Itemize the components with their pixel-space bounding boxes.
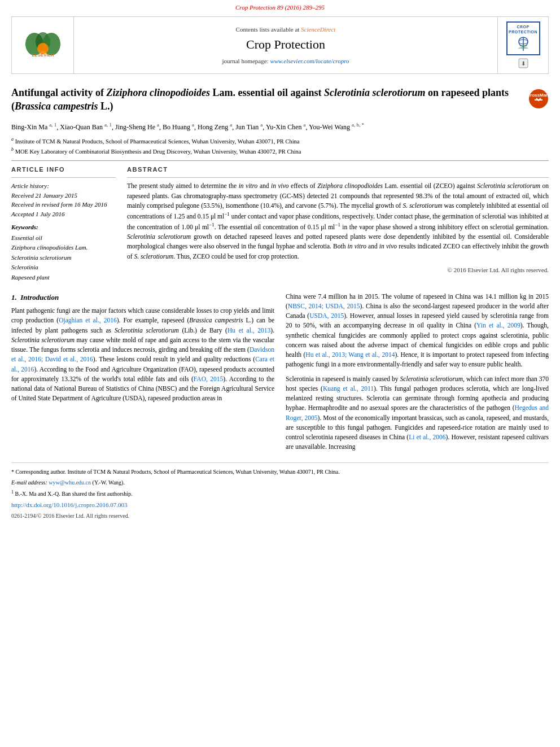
accepted-date: Accepted 1 July 2016 <box>11 211 64 217</box>
homepage-link[interactable]: www.elsevier.com/locate/cropro <box>270 58 349 64</box>
body-right-para2: Sclerotinia in rapeseed is mainly caused… <box>286 374 549 452</box>
ref-hegedus[interactable]: Hegedus and Roger, 2005 <box>286 404 549 421</box>
article-history: Article history: Received 21 January 201… <box>11 181 116 219</box>
crossmark-badge[interactable]: CrossMark <box>528 89 549 109</box>
keywords-list: Essential oil Ziziphora clinopodioides L… <box>11 233 116 283</box>
body-right-para1: China were 7.4 million ha in 2015. The v… <box>286 292 549 370</box>
intro-heading: 1. Introduction <box>11 292 274 303</box>
journal-citation-bar: Crop Protection 89 (2016) 289–295 <box>0 0 560 13</box>
keywords-label: Keywords: <box>11 223 116 231</box>
sciencedirect-line: Contents lists available at ScienceDirec… <box>236 25 336 34</box>
divider-top <box>11 160 549 161</box>
crop-protection-logo-area: CROPPROTECTION ⬇ <box>497 17 548 73</box>
ref-hu2013[interactable]: Hu et al., 2013 <box>228 327 270 334</box>
sciencedirect-link[interactable]: ScienceDirect <box>301 26 335 33</box>
section-title: Introduction <box>20 293 59 302</box>
email-link[interactable]: wyw@whu.edu.cn <box>49 479 91 486</box>
download-icon[interactable]: ⬇ <box>518 58 529 69</box>
journal-center-info: Contents lists available at ScienceDirec… <box>74 17 497 73</box>
body-col-left: 1. Introduction Plant pathogenic fungi a… <box>11 292 274 457</box>
elsevier-logo-area: ELSEVIER <box>12 17 74 73</box>
homepage-label: journal homepage: <box>222 58 268 64</box>
email-line: E-mail address: wyw@whu.edu.cn (Y.-W. Wa… <box>11 478 549 487</box>
article-info-label: ARTICLE INFO <box>11 165 116 174</box>
ref-fao[interactable]: FAO, 2015 <box>194 375 223 382</box>
ref-kuang[interactable]: Kuang et al., 2011 <box>323 385 374 392</box>
journal-title: Crop Protection <box>246 36 325 54</box>
article-title-section: Antifungal activity of Ziziphora clinopo… <box>11 86 549 116</box>
body-section: 1. Introduction Plant pathogenic fungi a… <box>11 292 549 457</box>
doi-link[interactable]: http://dx.doi.org/10.1016/j.cropro.2016.… <box>11 500 549 510</box>
intro-para1: Plant pathogenic fungi are the major fac… <box>11 306 274 404</box>
homepage-line: journal homepage: www.elsevier.com/locat… <box>222 57 349 65</box>
affiliation-b: MOE Key Laboratory of Combinatorial Bios… <box>15 148 301 154</box>
elsevier-logo: ELSEVIER <box>23 32 63 59</box>
affiliation-a: Institute of TCM & Natural Products, Sch… <box>15 138 300 145</box>
svg-text:⬇: ⬇ <box>521 60 526 67</box>
revised-date: Received in revised form 16 May 2016 <box>11 201 107 208</box>
article-title: Antifungal activity of Ziziphora clinopo… <box>11 86 528 113</box>
svg-text:ELSEVIER: ELSEVIER <box>32 53 54 57</box>
shared-authorship-note: 1 B.-X. Ma and X.-Q. Ban shared the firs… <box>11 489 549 498</box>
issn-line: 0261-2194/© 2016 Elsevier Ltd. All right… <box>11 512 549 520</box>
divider-abstract <box>127 177 549 178</box>
footer-area: * Corresponding author. Institute of TCM… <box>11 462 549 521</box>
ref-usda[interactable]: USDA, 2015 <box>309 312 344 319</box>
ref-li[interactable]: Li et al., 2006 <box>409 434 445 440</box>
authors-line: Bing-Xin Ma a, 1, Xiao-Quan Ban a, 1, Ji… <box>11 121 549 133</box>
ref-yin[interactable]: Yin et al., 2009 <box>476 322 520 329</box>
abstract-label: ABSTRACT <box>127 165 549 174</box>
ref-ojaghian[interactable]: Ojaghian et al., 2016 <box>59 317 117 324</box>
affiliations: a Institute of TCM & Natural Products, S… <box>11 136 549 156</box>
sciencedirect-label: Contents lists available at <box>236 26 300 33</box>
ref-davidson2016[interactable]: Davidson et al., 2016; David et al., 201… <box>11 346 274 362</box>
keywords-section: Keywords: Essential oil Ziziphora clinop… <box>11 223 116 282</box>
article-info-abstract: ARTICLE INFO Article history: Received 2… <box>11 165 549 283</box>
crop-logo-icon <box>515 36 532 52</box>
corresponding-note: * Corresponding author. Institute of TCM… <box>11 468 549 476</box>
divider-info <box>11 177 116 178</box>
abstract-col: ABSTRACT The present study aimed to dete… <box>127 165 549 283</box>
crop-protection-logo: CROPPROTECTION <box>506 21 540 55</box>
copyright-line: © 2016 Elsevier Ltd. All rights reserved… <box>127 266 549 274</box>
received-date: Received 21 January 2015 <box>11 192 77 199</box>
svg-text:CrossMark: CrossMark <box>528 93 549 98</box>
ref-hu2013b[interactable]: Hu et al., 2013; Wang et al., 2014 <box>305 351 395 358</box>
section-number: 1. <box>11 293 17 302</box>
elsevier-logo-svg: ELSEVIER <box>23 32 63 57</box>
journal-citation-text: Crop Protection 89 (2016) 289–295 <box>235 4 325 11</box>
article-content: Antifungal activity of Ziziphora clinopo… <box>11 80 549 282</box>
body-col-right: China were 7.4 million ha in 2015. The v… <box>286 292 549 457</box>
journal-header: ELSEVIER Contents lists available at Sci… <box>11 16 549 74</box>
history-label: Article history: <box>11 182 49 189</box>
article-info-col: ARTICLE INFO Article history: Received 2… <box>11 165 116 283</box>
ref-nbsc[interactable]: NBSC, 2014; USDA, 2015 <box>288 303 360 309</box>
crop-logo-text: CROPPROTECTION <box>509 24 537 36</box>
abstract-text: The present study aimed to determine the… <box>127 181 549 261</box>
